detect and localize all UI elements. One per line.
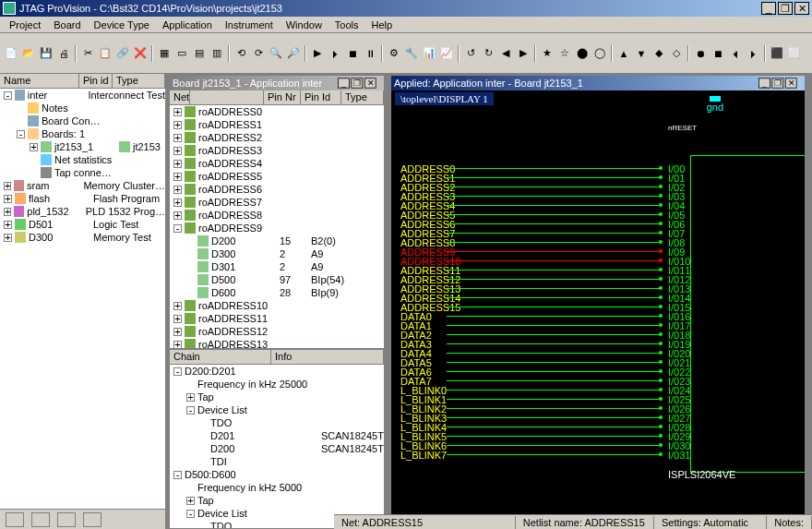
toolbar-btn-37[interactable]: ⬤ <box>574 45 591 62</box>
toolbar-btn-28[interactable]: 📈 <box>438 45 455 62</box>
toolbar-btn-1[interactable]: 📂 <box>20 45 37 62</box>
toolbar-btn-45[interactable]: ⏺ <box>692 45 709 62</box>
tree-row[interactable]: Notes <box>0 102 165 114</box>
toolbar-btn-43[interactable]: ◇ <box>668 45 685 62</box>
expander-icon[interactable]: + <box>4 234 12 242</box>
toolbar-btn-22[interactable]: ⏹ <box>344 45 361 62</box>
tree-row[interactable]: -D200:D201 <box>170 365 384 378</box>
breadcrumb[interactable]: \toplevel\DISPLAY 1 <box>395 92 494 105</box>
expander-icon[interactable]: - <box>173 224 182 233</box>
expander-icon[interactable]: + <box>4 182 11 190</box>
tree-row[interactable]: +roADDRESS1 <box>170 118 384 131</box>
tree-row[interactable]: +roADDRESS7 <box>170 196 384 209</box>
toolbar-btn-36[interactable]: ☆ <box>556 45 573 62</box>
board-close[interactable]: ✕ <box>364 78 376 88</box>
tree-row[interactable]: D50097BIp(54) <box>170 273 384 286</box>
toolbar-btn-27[interactable]: 📊 <box>421 45 437 62</box>
tree-row[interactable]: Net statistics <box>0 153 165 166</box>
tree-row[interactable]: +flashFlash Program <box>0 192 165 205</box>
col-pinid[interactable]: Pin Id <box>301 90 341 104</box>
col-pinnr[interactable]: Pin Nr <box>264 90 301 104</box>
expander-icon[interactable]: + <box>173 173 182 181</box>
toolbar-btn-5[interactable]: ✂ <box>79 45 96 62</box>
tree-row[interactable]: D3002A9 <box>170 247 384 260</box>
tab-4[interactable] <box>83 512 102 527</box>
expander-icon[interactable]: + <box>173 341 182 349</box>
toolbar-btn-15[interactable]: ⟲ <box>233 45 249 62</box>
toolbar-btn-0[interactable]: 📄 <box>3 45 19 62</box>
menu-tools[interactable]: Tools <box>329 18 364 31</box>
tree-row[interactable]: +pld_1532PLD 1532 Prog… <box>0 205 165 218</box>
tree-row[interactable]: +jt2153_1jt2153 <box>0 140 165 153</box>
toolbar-btn-46[interactable]: ⏹ <box>710 45 726 62</box>
menu-instrument[interactable]: Instrument <box>220 18 279 31</box>
toolbar-btn-12[interactable]: ▤ <box>191 45 208 62</box>
tree-row[interactable]: +roADDRESS11 <box>170 312 384 325</box>
toolbar-btn-7[interactable]: 🔗 <box>114 45 131 62</box>
tree-row[interactable]: +roADDRESS4 <box>170 157 384 170</box>
toolbar-btn-20[interactable]: ▶ <box>309 45 326 62</box>
tree-row[interactable]: TDO <box>170 416 384 429</box>
toolbar-btn-32[interactable]: ◀ <box>497 45 514 62</box>
expander-icon[interactable]: + <box>186 497 195 505</box>
expander-icon[interactable]: + <box>173 315 182 323</box>
minimize-button[interactable]: _ <box>761 2 776 15</box>
tree-row[interactable]: +Tap <box>170 391 384 403</box>
toolbar-btn-40[interactable]: ▲ <box>615 45 632 62</box>
tree-row[interactable]: D201SCAN18245T <box>170 429 384 442</box>
toolbar-btn-10[interactable]: ▦ <box>156 45 173 62</box>
toolbar-btn-2[interactable]: 💾 <box>38 45 54 62</box>
board-min[interactable]: _ <box>338 78 350 88</box>
schem-max[interactable]: ❐ <box>771 78 783 88</box>
expander-icon[interactable]: - <box>4 91 12 100</box>
menu-project[interactable]: Project <box>4 18 46 31</box>
col-info[interactable]: Info <box>271 350 384 364</box>
tree-row[interactable]: Tap conne… <box>0 166 165 179</box>
toolbar-btn-23[interactable]: ⏸ <box>362 45 378 62</box>
tree-row[interactable]: +roADDRESS5 <box>170 170 384 183</box>
expander-icon[interactable]: + <box>173 121 182 129</box>
tree-row[interactable]: Frequency in kHz 5000 <box>170 481 384 494</box>
expander-icon[interactable]: + <box>173 211 182 220</box>
menu-device-type[interactable]: Device Type <box>89 18 155 31</box>
menu-board[interactable]: Board <box>48 18 86 31</box>
toolbar-btn-16[interactable]: ⟳ <box>250 45 267 62</box>
toolbar-btn-3[interactable]: 🖨 <box>55 45 72 62</box>
toolbar-btn-30[interactable]: ↺ <box>462 45 479 62</box>
col-chain[interactable]: Chain <box>170 350 271 364</box>
tree-row[interactable]: Frequency in kHz 25000 <box>170 378 384 391</box>
tab-1[interactable] <box>6 512 24 527</box>
board-max[interactable]: ❐ <box>351 78 363 88</box>
expander-icon[interactable]: + <box>173 134 182 142</box>
expander-icon[interactable]: + <box>173 108 182 116</box>
col-blank[interactable] <box>190 90 264 104</box>
tree-row[interactable]: Board Con… <box>0 114 165 127</box>
maximize-button[interactable]: ❐ <box>778 2 793 15</box>
expander-icon[interactable]: + <box>173 328 182 336</box>
expander-icon[interactable]: - <box>17 130 25 138</box>
tree-row[interactable]: +roADDRESS13 <box>170 338 384 350</box>
menu-application[interactable]: Application <box>157 18 218 31</box>
toolbar-btn-25[interactable]: ⚙ <box>386 45 402 62</box>
tree-row[interactable]: TDI <box>170 455 384 468</box>
expander-icon[interactable]: - <box>186 510 195 518</box>
toolbar-btn-51[interactable]: ⬜ <box>786 45 803 62</box>
tree-row[interactable]: +Tap <box>170 494 384 507</box>
toolbar-btn-47[interactable]: ⏴ <box>727 45 744 62</box>
tree-row[interactable]: -Device List <box>170 403 384 416</box>
toolbar-btn-21[interactable]: ⏵ <box>327 45 343 62</box>
tree-row[interactable]: +D300Memory Test <box>0 231 165 244</box>
toolbar-btn-11[interactable]: ▭ <box>173 45 190 62</box>
board-window-title[interactable]: Board jt2153_1 - Application inter _❐✕ <box>170 76 384 90</box>
net-tree[interactable]: +roADDRESS0+roADDRESS1+roADDRESS2+roADDR… <box>170 105 384 350</box>
tree-row[interactable]: +roADDRESS12 <box>170 325 384 338</box>
tree-row[interactable]: -Boards: 1 <box>0 127 165 140</box>
tree-row[interactable]: +roADDRESS10 <box>170 299 384 312</box>
expander-icon[interactable]: + <box>173 302 182 310</box>
toolbar-btn-41[interactable]: ▼ <box>633 45 650 62</box>
col-pinid[interactable]: Pin id <box>79 74 113 88</box>
schematic-canvas[interactable]: \toplevel\DISPLAY 1 gnd nRESET ADDRESS0A… <box>391 90 805 528</box>
toolbar-btn-13[interactable]: ▥ <box>209 45 225 62</box>
expander-icon[interactable]: + <box>173 198 182 207</box>
tree-row[interactable]: D20015B2(0) <box>170 234 384 247</box>
